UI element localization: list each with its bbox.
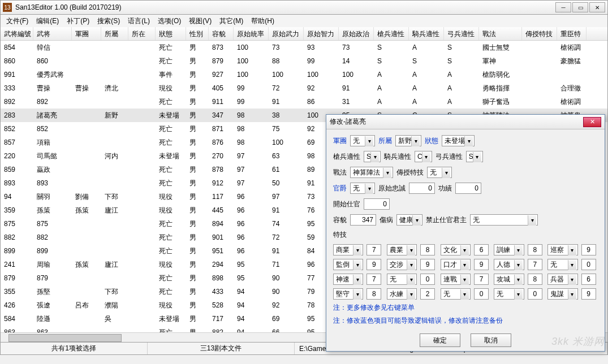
combo-qiang[interactable]: S: [364, 151, 381, 162]
skill-value[interactable]: [581, 274, 596, 285]
combo-zhanfa[interactable]: 神算陣法: [350, 167, 393, 178]
skill-value[interactable]: [474, 274, 489, 285]
column-header[interactable]: 容貌: [209, 27, 234, 40]
skill-value[interactable]: [581, 288, 596, 300]
input-zhongcheng[interactable]: [409, 183, 435, 194]
skill-value[interactable]: [366, 288, 381, 300]
skill-combo[interactable]: 文化: [441, 244, 471, 255]
input-kaishi[interactable]: [364, 198, 390, 210]
skill-value[interactable]: [528, 288, 542, 300]
ok-button[interactable]: 確定: [420, 333, 460, 347]
skill-combo[interactable]: 鬼謀: [547, 288, 577, 300]
skill-combo[interactable]: 巡察: [547, 244, 577, 255]
cell: [72, 181, 101, 185]
skill-combo[interactable]: 无: [494, 288, 524, 300]
close-button[interactable]: ✕: [589, 2, 605, 12]
maximize-button[interactable]: ▭: [572, 2, 588, 12]
column-header[interactable]: 原始政治: [339, 27, 374, 40]
skill-combo[interactable]: 神速: [333, 274, 363, 285]
skill-combo[interactable]: 无: [547, 259, 577, 270]
skill-value[interactable]: [420, 259, 435, 270]
combo-suoshu[interactable]: 新野: [395, 135, 421, 146]
skill-combo[interactable]: 農業: [387, 244, 417, 255]
column-header[interactable]: 槍兵適性: [374, 27, 409, 40]
table-row[interactable]: 991優秀武将事件男927100100100100AAA槍防弱化: [1, 68, 607, 81]
combo-jinzhi[interactable]: 无: [470, 214, 538, 226]
column-header[interactable]: 性別: [186, 27, 209, 40]
column-header[interactable]: 原始武力: [269, 27, 304, 40]
table-row[interactable]: 892892死亡男91199918631AAA獅子奮迅槍術調: [1, 95, 607, 109]
column-header[interactable]: 狀態: [156, 27, 186, 40]
skill-value[interactable]: [528, 259, 542, 270]
menu-item-3[interactable]: 搜索(S): [94, 15, 123, 27]
cancel-button[interactable]: 取消: [471, 333, 511, 347]
skill-combo[interactable]: 連戰: [441, 274, 471, 285]
skill-combo[interactable]: 人德: [494, 259, 524, 270]
combo-juntuan[interactable]: 无: [350, 135, 375, 146]
skill-combo[interactable]: 商業: [333, 244, 363, 255]
skill-combo[interactable]: 口才: [441, 259, 471, 270]
menu-item-1[interactable]: 编辑(E): [33, 15, 62, 27]
skill-value[interactable]: [366, 259, 381, 270]
cell: 合理徹: [557, 82, 587, 95]
skill-value[interactable]: [581, 244, 596, 255]
menu-item-8[interactable]: 帮助(H): [248, 15, 278, 27]
skill-combo[interactable]: 監倒: [333, 259, 363, 270]
skill-combo[interactable]: 兵器: [547, 274, 577, 285]
combo-shangbing[interactable]: 健康: [396, 214, 422, 226]
skill-value[interactable]: [366, 244, 381, 255]
skill-value[interactable]: [474, 288, 489, 300]
skill-value[interactable]: [366, 274, 381, 285]
column-header[interactable]: 重臣特: [557, 27, 587, 40]
column-header[interactable]: 武将: [33, 27, 72, 40]
cell: 死亡: [156, 177, 186, 190]
column-header[interactable]: 戰法: [479, 27, 522, 40]
skill-value[interactable]: [474, 244, 489, 255]
menu-item-5[interactable]: 选项(O): [154, 15, 184, 27]
column-header[interactable]: 所在: [128, 27, 156, 40]
table-row[interactable]: 854韓信死亡男873100739373SAS國士無雙槍術調: [1, 41, 607, 54]
skill-value[interactable]: [420, 288, 435, 300]
skill-value[interactable]: [528, 274, 542, 285]
menu-item-7[interactable]: 其它(M): [216, 15, 247, 27]
skill-combo[interactable]: 无: [441, 288, 471, 300]
input-rongmao[interactable]: [350, 214, 376, 226]
skill-value[interactable]: [528, 244, 542, 255]
column-header[interactable]: 傳授特技: [522, 27, 557, 40]
combo-chuanshou[interactable]: 无: [427, 167, 452, 178]
table-row[interactable]: 860860死亡男879100889914SSS軍神豪膽猛: [1, 54, 607, 68]
skill-value[interactable]: [581, 259, 596, 270]
input-gongji[interactable]: [455, 183, 481, 194]
column-header[interactable]: 騎兵適性: [409, 27, 444, 40]
skill-combo[interactable]: 訓練: [494, 244, 524, 255]
menu-item-6[interactable]: 视图(V): [186, 15, 215, 27]
skill-combo[interactable]: 攻城: [494, 274, 524, 285]
column-header[interactable]: 軍團: [72, 27, 101, 40]
scrollbar-thumb[interactable]: [8, 334, 122, 342]
column-header[interactable]: 武将編號: [1, 27, 33, 40]
column-header[interactable]: 原始智力: [304, 27, 339, 40]
menu-item-4[interactable]: 语言(L): [124, 15, 153, 27]
column-header[interactable]: 弓兵適性: [444, 27, 479, 40]
combo-qi[interactable]: C: [415, 151, 432, 162]
dialog-close-button[interactable]: ✕: [583, 117, 601, 127]
table-row[interactable]: 333曹操曹操濟北現役男40599729291AAA勇略指揮合理徹: [1, 81, 607, 95]
cell: 男: [186, 82, 209, 95]
skill-combo[interactable]: 堅守: [333, 288, 363, 300]
combo-gong[interactable]: S: [466, 151, 483, 162]
combo-zhuangtai[interactable]: 未登場: [442, 135, 475, 146]
skill-combo[interactable]: 无: [387, 274, 417, 285]
skill-combo[interactable]: 交涉: [387, 259, 417, 270]
cell: 現役: [156, 299, 186, 312]
skill-value[interactable]: [420, 244, 435, 255]
menu-item-2[interactable]: 补丁(P): [63, 15, 93, 27]
cell: A: [444, 83, 479, 94]
combo-guanjue[interactable]: 无: [350, 183, 375, 194]
menu-item-0[interactable]: 文件(F): [3, 15, 32, 27]
skill-combo[interactable]: 水練: [387, 288, 417, 300]
skill-value[interactable]: [474, 259, 489, 270]
column-header[interactable]: 原始統率: [234, 27, 269, 40]
skill-value[interactable]: [420, 274, 435, 285]
column-header[interactable]: 所屬: [101, 27, 128, 40]
minimize-button[interactable]: ─: [555, 2, 571, 12]
